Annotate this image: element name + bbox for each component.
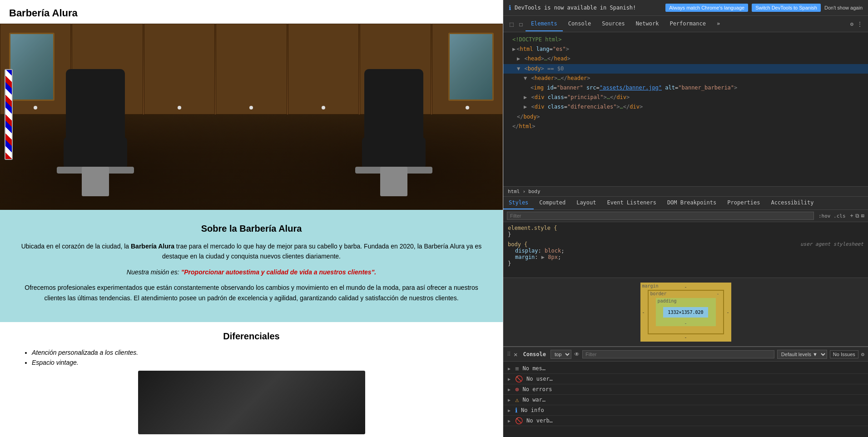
diferencial-image [138,371,365,434]
console-default-levels-select[interactable]: Default levels ▼ [777,350,827,359]
devtools-main: <!DOCTYPE html> ▶<html lang="es"> ▶ <hea… [503,32,868,437]
styles-tab-dom-breakpoints[interactable]: DOM Breakpoints [662,197,722,209]
margin-bottom-value: - [684,335,687,340]
breadcrumb-html[interactable]: html [508,189,520,194]
header-tag[interactable]: ▼ <header>…</header> [503,74,868,83]
styles-tab-styles[interactable]: Styles [503,197,534,209]
element-style-rule: element.style { } [508,225,863,238]
console-grip-icon: ⠿ [507,351,511,358]
info-icon: ℹ [509,4,511,11]
console-info-label: No info [521,407,544,413]
body-style-rule: body { user agent stylesheet display: bl… [508,241,863,267]
console-verbose-label: No verb… [526,417,553,424]
styles-tab-properties[interactable]: Properties [722,197,765,209]
img-banner[interactable]: <img id="banner" src="assets/banner.jpg"… [503,83,868,93]
div-diferenciales[interactable]: ▶ <div class="diferenciales">…</div> [503,102,868,112]
margin-top-value: - [684,284,687,289]
add-rule-icon[interactable]: + [850,213,853,219]
margin-right-value: - [726,310,729,315]
breadcrumb-bar: html › body [503,187,868,197]
styles-tab-layout[interactable]: Layout [571,197,601,209]
console-toolbar: ⠿ ✕ Console top 👁 Default levels ▼ No Is… [503,347,868,362]
copy-icon[interactable]: ⧉ [855,213,859,219]
diferenciales-section: Diferenciales Atención personalizada a l… [0,322,503,437]
devtools-notification: ℹ DevTools is now available in Spanish! … [503,0,868,16]
dont-show-button[interactable]: Don't show again [824,5,863,10]
about-heading: Sobre la Barbería Alura [18,223,485,234]
console-user-icon: 🚫 [515,375,523,382]
body-tag[interactable]: ▼ <body> == $0 [503,64,868,74]
body-close: </body> [503,112,868,122]
console-close-button[interactable]: ✕ [514,351,517,358]
tab-network[interactable]: Network [630,17,665,31]
switch-language-button[interactable]: Switch DevTools to Spanish [752,4,821,12]
tab-elements[interactable]: Elements [526,17,563,31]
banner-image [0,24,503,210]
console-eye-icon[interactable]: 👁 [574,351,580,358]
more-options-icon[interactable]: ⋮ [855,19,864,29]
styles-tab-accessibility[interactable]: Accessibility [766,197,819,209]
mirror-right [448,33,494,101]
console-row-verbose[interactable]: ▶ 🚫 No verb… [503,416,868,426]
console-row-warnings[interactable]: ▶ ⚠ No war… [503,395,868,405]
styles-tab-event-listeners[interactable]: Event Listeners [602,197,662,209]
tab-console[interactable]: Console [563,17,597,31]
console-messages-label: No mes… [522,365,546,372]
breadcrumb-body[interactable]: body [528,189,541,194]
mirror-left [9,33,55,101]
console-error-icon: ⊗ [515,386,519,393]
tab-more[interactable]: » [711,17,725,31]
styles-filter-input[interactable] [507,212,814,220]
devtools-toolbar: ⬚ ☐ Elements Console Sources Network Per… [503,16,868,32]
hov-cls-button[interactable]: :hov .cls [817,212,848,220]
console-content[interactable]: ▶ ≡ No mes… ▶ 🚫 No user… ▶ ⊗ No errors ▶… [503,362,868,437]
console-verbose-icon: 🚫 [515,417,523,424]
device-icon[interactable]: ☐ [516,18,525,30]
more-icon[interactable]: ⊞ [861,213,864,219]
html-close: </html> [503,122,868,131]
box-model: margin - - - - border - padding - 1332×1… [640,283,731,342]
styles-filter-bar: :hov .cls + ⧉ ⊞ [503,210,868,222]
console-row-info[interactable]: ▶ ℹ No info [503,405,868,416]
barber-pole [5,69,13,160]
box-model-container: margin - - - - border - padding - 1332×1… [503,278,868,346]
console-row-messages[interactable]: ▶ ≡ No mes… [503,363,868,374]
match-language-button[interactable]: Always match Chrome's language [665,4,748,12]
about-paragraph-1: Ubicada en el corazón de la ciudad, la B… [18,241,485,262]
devtools-panel: ℹ DevTools is now available in Spanish! … [503,0,868,437]
settings-icon[interactable]: ⚙ [848,19,855,29]
styles-tabs: Styles Computed Layout Event Listeners D… [503,197,868,210]
console-row-errors[interactable]: ▶ ⊗ No errors [503,384,868,395]
barber-chair-left [55,69,136,196]
mission-text: Nuestra misión es: "Proporcionar autoest… [18,267,485,277]
console-settings-icon[interactable]: ⚙ [861,351,864,358]
about-section: Sobre la Barbería Alura Ubicada en el co… [0,210,503,322]
elements-panel[interactable]: <!DOCTYPE html> ▶<html lang="es"> ▶ <hea… [503,32,868,187]
console-context-select[interactable]: top [551,350,571,359]
diferenciales-list: Atención personalizada a los clientes. E… [18,349,485,366]
html-tag[interactable]: ▶<html lang="es"> [503,45,868,54]
notification-text: DevTools is now available in Spanish! [515,5,662,11]
style-action-icons: + ⧉ ⊞ [850,213,864,219]
tab-sources[interactable]: Sources [596,17,630,31]
main-page: Barbería Alura [0,0,503,437]
console-warnings-label: No war… [522,397,546,403]
console-row-user[interactable]: ▶ 🚫 No user… [503,374,868,384]
page-header: Barbería Alura [0,0,503,24]
head-tag[interactable]: ▶ <head>…</head> [503,54,868,64]
html-doctype: <!DOCTYPE html> [503,35,868,45]
styles-content[interactable]: element.style { } body { user agent styl… [503,222,868,278]
diferencial-item-1: Atención personalizada a los clientes. [32,349,485,356]
console-filter-input[interactable] [582,350,774,358]
no-issues-button[interactable]: No Issues [830,350,858,358]
tab-performance[interactable]: Performance [664,17,711,31]
console-user-label: No user… [526,376,553,382]
div-principal[interactable]: ▶ <div class="principal">…</div> [503,93,868,102]
about-paragraph-2: Ofrecemos profesionales experimentados q… [18,283,485,303]
inspect-icon[interactable]: ⬚ [507,18,516,30]
diferencial-item-2: Espacio vintage. [32,359,485,366]
margin-left-value: - [642,310,645,315]
box-margin: margin - - - - border - padding - 1332×1… [640,283,731,342]
styles-tab-computed[interactable]: Computed [534,197,571,209]
console-title: Console [523,351,546,358]
